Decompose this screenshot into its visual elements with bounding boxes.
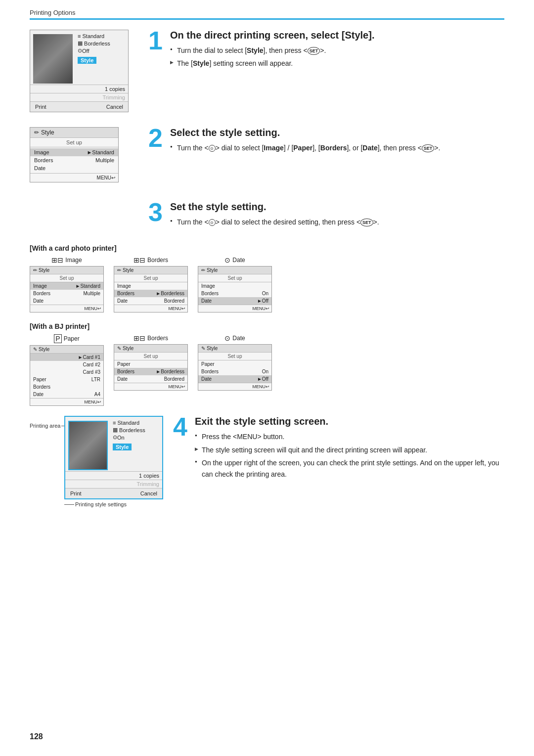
card-borders-row-2: Date Bordered xyxy=(114,297,187,305)
bj-borders-row-2: Date Bordered xyxy=(114,375,187,383)
bj-printer-label: [With a BJ printer] xyxy=(30,322,504,330)
bj-printer-section: [With a BJ printer] P Paper ✎Style ►Card… xyxy=(30,322,504,406)
printing-style-annotation: Printing style settings xyxy=(64,501,158,507)
bj-paper-menu-header: ✎Style xyxy=(30,346,103,354)
bj-paper-menu: ✎Style ►Card #1 Card #2 Ca xyxy=(30,345,104,406)
card-printer-screens: ⊞⊟ Image ✏Style Set up Image ►Standard xyxy=(30,256,504,312)
bj-borders-menu-header: ✎Style xyxy=(114,345,187,353)
card-image-menu-footer: MENU↩ xyxy=(30,305,103,312)
card-borders-row-1: Borders ►Borderless xyxy=(114,290,187,297)
menu-item-on: ⊙On xyxy=(113,434,160,441)
style-menu-1-body: Image ►Standard Borders Multiple Date xyxy=(30,147,118,173)
menu-item-standard-2: ≡ Standard xyxy=(113,420,160,426)
step-3-content: Set the style setting. Turn the <⊙> dial… xyxy=(170,201,504,229)
step-2-content: Select the style setting. Turn the <⊙> d… xyxy=(170,127,504,155)
step-2-desc: Turn the <⊙> dial to select [Image] / [P… xyxy=(170,142,504,153)
bj-paper-row-2: Card #3 xyxy=(30,368,103,376)
bj-date-menu-footer: MENU↩ xyxy=(198,383,271,390)
printing-style-line xyxy=(64,504,74,505)
card-date-menu-header: ✏Style xyxy=(198,267,271,274)
style-menu-1-footer: MENU↩ xyxy=(30,173,118,182)
step-3-desc: Turn the <⊙> dial to select the desired … xyxy=(170,217,504,227)
bj-borders-row-1: Borders ►Borderless xyxy=(114,368,187,375)
card-date-row-1: Borders On xyxy=(198,290,271,297)
step-number-3: 3 xyxy=(148,199,166,229)
step-4-content: Exit the style setting screen. Press the… xyxy=(195,416,504,482)
menu-item-borderless-2: ▦ Borderless xyxy=(113,427,160,433)
style-menu-1-row-1: Borders Multiple xyxy=(30,156,118,164)
bj-date-row-0: Paper xyxy=(198,360,271,368)
card-borders-label: ⊞⊟ Borders xyxy=(134,256,168,264)
bj-paper-row-3: Paper LTR xyxy=(30,376,103,383)
card-borders-menu-body: Image Borders ►Borderless Date Bordered xyxy=(114,282,187,305)
bj-paper-label: P Paper xyxy=(54,334,79,343)
style-menu-1: ✏Style Set up Image ►Standard Borders Mu… xyxy=(30,127,119,182)
camera-screen-1: ≡ Standard ▦ Borderless ⊙Off Style xyxy=(30,30,129,112)
menu-item-standard: ≡ Standard xyxy=(78,33,126,39)
card-date-row-0: Image xyxy=(198,282,271,290)
card-image-menu-body: Image ►Standard Borders Multiple Date xyxy=(30,282,103,305)
step-4-row: Printing area ≡ Standard ▦ Borderless xyxy=(30,416,504,507)
card-image-group: ⊞⊟ Image ✏Style Set up Image ►Standard xyxy=(30,256,104,312)
card-image-menu: ✏Style Set up Image ►Standard Borders Mu… xyxy=(30,266,104,312)
step-2-title: Select the style setting. xyxy=(170,127,504,138)
camera-photo-1 xyxy=(33,34,73,84)
bj-date-menu-body: Paper Borders On Date ►Off xyxy=(198,360,271,383)
step-1-desc: Turn the dial to select [Style], then pr… xyxy=(170,45,504,69)
camera-menu-1: ≡ Standard ▦ Borderless ⊙Off Style xyxy=(76,30,128,85)
card-date-row-2: Date ►Off xyxy=(198,297,271,305)
card-date-group: ⊙ Date ✏Style Set up Image Borders xyxy=(198,256,272,312)
card-image-label: ⊞⊟ Image xyxy=(51,256,82,264)
step-1-text-block: 1 On the direct printing screen, select … xyxy=(148,30,504,71)
camera-bottom-2: Print Cancel xyxy=(65,488,162,498)
card-printer-section: [With a card photo printer] ⊞⊟ Image ✏St… xyxy=(30,244,504,312)
page-header: Printing Options xyxy=(0,0,534,20)
bj-borders-group: ⊞⊟ Borders ✎Style Set up Paper Bord xyxy=(114,334,188,391)
page-number: 128 xyxy=(30,732,43,741)
bj-paper-row-1: Card #2 xyxy=(30,361,103,368)
step-4-text-block: 4 Exit the style setting screen. Press t… xyxy=(173,416,504,482)
copies-row-2: 1 copies xyxy=(65,471,162,480)
card-date-menu-body: Image Borders On Date ►Off xyxy=(198,282,271,305)
bj-date-menu-header: ✎Style xyxy=(198,345,271,353)
card-printer-label: [With a card photo printer] xyxy=(30,244,504,252)
card-borders-menu-setup: Set up xyxy=(114,274,187,282)
style-menu-1-row-2: Date xyxy=(30,164,118,172)
step-3-text-block: 3 Set the style setting. Turn the <⊙> di… xyxy=(148,201,504,229)
card-image-row-1: Borders Multiple xyxy=(30,290,103,297)
bj-borders-menu-body: Paper Borders ►Borderless Date Bordered xyxy=(114,360,187,383)
style-menu-1-row-0: Image ►Standard xyxy=(30,148,118,156)
card-borders-row-0: Image xyxy=(114,282,187,290)
step-4-bullet-2: On the upper right of the screen, you ca… xyxy=(195,457,504,480)
style-button-2: Style xyxy=(113,444,132,450)
bj-paper-row-4: Borders xyxy=(30,383,103,391)
bj-paper-group: P Paper ✎Style ►Card #1 Card # xyxy=(30,334,104,406)
menu-item-off: ⊙Off xyxy=(78,47,126,54)
step-1-bullet-1: Turn the dial to select [Style], then pr… xyxy=(170,45,504,56)
bj-date-menu: ✎Style Set up Paper Borders On D xyxy=(198,344,272,391)
card-image-row-2: Date xyxy=(30,297,103,305)
card-date-menu-footer: MENU↩ xyxy=(198,305,271,312)
step-4-title: Exit the style setting screen. xyxy=(195,416,504,427)
step-4-desc: Press the <MENU> button. The style setti… xyxy=(195,431,504,480)
trimming-row-1: Trimming xyxy=(30,93,128,101)
card-date-label: ⊙ Date xyxy=(224,256,245,264)
step-1-row: ≡ Standard ▦ Borderless ⊙Off Style xyxy=(30,30,504,112)
step-number-2: 2 xyxy=(148,125,166,155)
card-image-row-0: Image ►Standard xyxy=(30,282,103,290)
style-menu-1-header: ✏Style xyxy=(30,128,118,138)
step-2-text-block: 2 Select the style setting. Turn the <⊙>… xyxy=(148,127,504,155)
bj-borders-menu-setup: Set up xyxy=(114,353,187,360)
bj-date-label: ⊙ Date xyxy=(224,334,245,342)
copies-row-1: 1 copies xyxy=(30,85,128,93)
main-content: ≡ Standard ▦ Borderless ⊙Off Style xyxy=(0,20,534,532)
bj-date-group: ⊙ Date ✎Style Set up Paper Borders xyxy=(198,334,272,391)
card-borders-menu: ✏Style Set up Image Borders ►Borderless xyxy=(114,266,188,312)
trimming-row-2: Trimming xyxy=(65,480,162,488)
step-2-row: ✏Style Set up Image ►Standard Borders Mu… xyxy=(30,127,504,186)
step-4-bullet-1: Press the <MENU> button. xyxy=(195,431,504,442)
step-3-row: 3 Set the style setting. Turn the <⊙> di… xyxy=(30,201,504,229)
step-4-illustration: Printing area ≡ Standard ▦ Borderless xyxy=(30,416,158,507)
camera-screen-2: ≡ Standard ▦ Borderless ⊙On Style xyxy=(64,416,163,499)
bj-borders-row-0: Paper xyxy=(114,360,187,368)
